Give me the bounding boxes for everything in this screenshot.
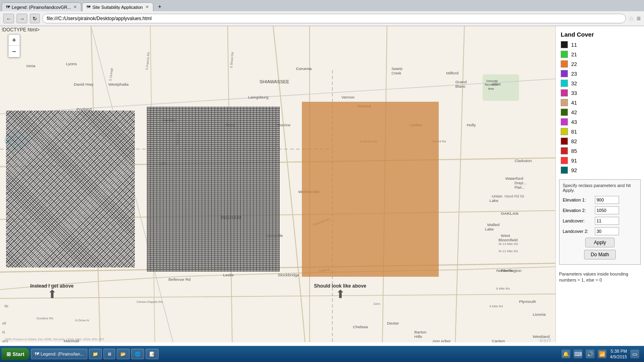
taskbar-app-folder1[interactable]: 📁 [89,349,102,359]
svg-text:Livonia: Livonia [533,313,546,317]
legend-item-82: 82 [561,138,639,145]
settings-icon[interactable]: ≡ [636,14,641,23]
svg-text:Drayt...: Drayt... [514,181,526,185]
taskbar-app-editor[interactable]: 📝 [146,349,159,359]
do-math-button[interactable]: Do Math [584,250,616,259]
legend-color-23 [561,70,568,77]
content-area: !DOCTYPE html> Lake Odessa Ortonville Re… [0,26,644,342]
svg-text:Canton: Canton [492,339,505,342]
clock-time: 5:38 PM [610,348,627,354]
svg-text:Northville: Northville [496,268,514,273]
svg-text:W-12 Mile Rd: W-12 Mile Rd [499,249,518,253]
address-bar[interactable] [42,14,626,23]
legend-color-42 [561,109,568,116]
taskbar-folder2-icon: 📂 [120,352,126,357]
svg-text:Stockbridge: Stockbridge [278,273,299,277]
elevation2-row: Elevation 2: [563,206,637,214]
taskbar-editor-icon: 📝 [149,352,155,357]
legend-color-21 [561,51,568,58]
landcover2-label: Landcover 2: [563,229,595,234]
elevation2-label: Elevation 2: [563,208,595,213]
svg-text:ell: ell [2,321,6,325]
svg-text:Area: Area [488,87,494,90]
legend-label-91: 91 [571,158,577,164]
tab-legend-label: Legend: (Piraino/landcovGR... [12,5,71,10]
start-button[interactable]: ⊞ Start [2,348,29,360]
legend-label-82: 82 [571,138,577,144]
taskbar-app-browser[interactable]: 🌐 [131,349,144,359]
zoom-controls: + − [8,34,20,58]
forward-button[interactable]: → [17,14,27,23]
params-note: Parameters values inside bounding number… [556,268,644,287]
taskbar-network-icon[interactable]: 📶 [598,350,607,358]
svg-text:ans: ans [2,339,8,342]
reclass-title: Specify reclass parameters and hit Apply… [563,183,637,193]
legend-label-32: 32 [571,80,577,86]
landcover1-input[interactable] [595,217,619,225]
legend-item-81: 81 [561,128,639,135]
svg-text:Swartz: Swartz [392,67,403,71]
svg-rect-4 [483,74,519,101]
taskbar-notification-icon[interactable]: 🔔 [561,350,570,358]
legend-item-42: 42 [561,109,639,116]
svg-text:S Francis Rd: S Francis Rd [145,52,151,70]
legend-color-92 [561,167,568,174]
svg-text:Chelsea: Chelsea [353,325,368,329]
landcover2-row: Landcover 2: [563,227,637,235]
svg-text:Atlas: Atlas [492,82,501,86]
taskbar-app-folder2[interactable]: 📂 [117,349,130,359]
zoom-out-button[interactable]: − [8,46,20,57]
taskbar-keyboard-icon[interactable]: ⌨ [574,350,582,358]
back-button[interactable]: ← [3,14,14,23]
clock-date: 4/9/2015 [610,354,627,360]
legend-label-21: 21 [571,51,577,58]
svg-text:Ann Arbor: Ann Arbor [433,339,451,342]
legend-color-43 [561,118,568,125]
elevation2-input[interactable] [595,206,619,214]
legend-item-92: 92 [561,167,639,174]
tab-legend-close[interactable]: ✕ [73,4,77,10]
taskbar-app-legend[interactable]: 🗺 Legend: (Piraino/lan... [31,349,88,359]
svg-text:N Drive-N: N Drive-N [75,319,89,322]
tab-site-label: Site Suitability Application [92,5,142,10]
zoom-in-button[interactable]: + [8,35,20,46]
sidebar: Land Cover 11 21 22 23 32 [555,26,644,342]
legend-color-22 [561,60,568,68]
svg-text:Lyons: Lyons [66,62,77,66]
raster-orange-overlay [302,102,439,277]
svg-text:Milford: Milford [446,71,459,75]
tab-legend[interactable]: 🗺 Legend: (Piraino/landcovGR... ✕ [2,2,81,11]
legend-label-43: 43 [571,119,577,125]
svg-text:Clarkston: Clarkston [514,159,532,163]
raster-bw-overlay [6,111,135,267]
tab-bar: 🗺 Legend: (Piraino/landcovGR... ✕ 🗺 Site… [0,0,644,11]
svg-text:Vernon: Vernon [341,95,354,99]
svg-text:tle: tle [4,304,8,308]
tab-site-close[interactable]: ✕ [145,4,149,10]
taskbar-app-monitor[interactable]: 🖥 [103,349,115,359]
svg-line-17 [455,26,464,342]
svg-text:West: West [501,233,510,238]
apply-button[interactable]: Apply [585,238,614,247]
legend-color-82 [561,138,568,145]
refresh-button[interactable]: ↻ [30,14,40,23]
svg-text:W-14 Mile-Rd: W-14 Mile-Rd [499,242,518,246]
legend-label-85: 85 [571,148,577,154]
legend-title: Land Cover [556,26,644,41]
svg-text:OAKLAN: OAKLAN [501,212,518,216]
new-tab-button[interactable]: + [156,2,164,11]
svg-text:Recreation: Recreation [485,84,498,86]
legend-item-85: 85 [561,147,639,154]
tab-site-suitability[interactable]: 🗺 Site Suitability Application ✕ [82,2,153,11]
taskbar-show-desktop-icon[interactable]: ▭ [630,350,639,358]
svg-line-11 [0,294,555,298]
svg-text:Waterford: Waterford [506,176,523,181]
legend-label-11: 11 [571,42,577,48]
elevation1-input[interactable] [595,196,619,204]
landcover2-input[interactable] [595,227,619,235]
svg-text:Corunna: Corunna [296,66,312,71]
legend-item-23: 23 [561,70,639,77]
map-container[interactable]: !DOCTYPE html> Lake Odessa Ortonville Re… [0,26,555,342]
taskbar-volume-icon[interactable]: 🔊 [586,350,594,358]
bookmark-icon[interactable]: ☆ [628,15,634,23]
